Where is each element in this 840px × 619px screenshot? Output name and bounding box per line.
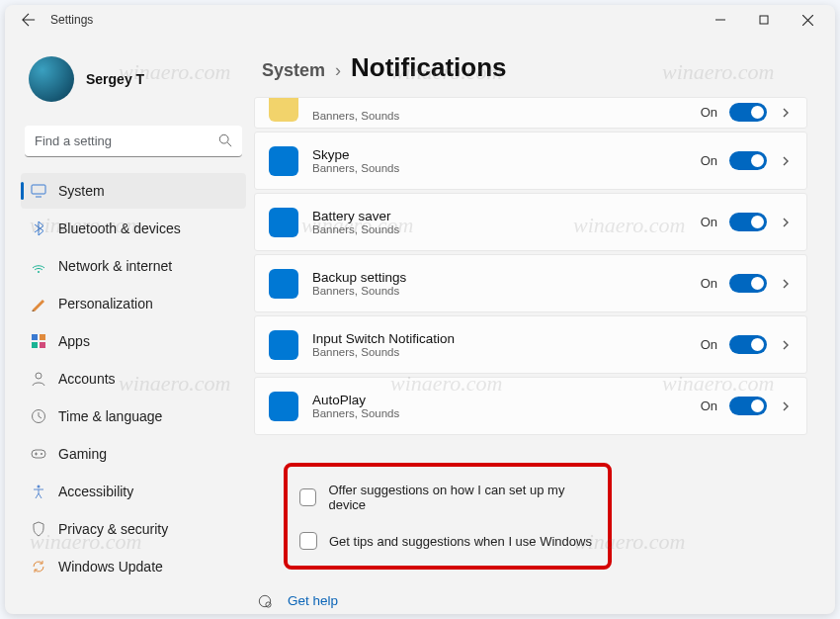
notification-row[interactable]: Input Switch NotificationBanners, Sounds… — [254, 315, 807, 374]
sidebar-item-accessibility[interactable]: Accessibility — [21, 474, 246, 509]
close-button[interactable] — [786, 5, 829, 35]
help-icon — [258, 594, 274, 608]
user-name: Sergey T — [86, 71, 144, 87]
toggle-state-label: On — [701, 153, 717, 168]
network-icon — [31, 258, 46, 274]
sidebar-item-privacy-security[interactable]: Privacy & security — [21, 511, 246, 547]
toggle-switch[interactable] — [729, 151, 767, 170]
close-icon — [802, 15, 813, 26]
back-icon — [22, 13, 36, 27]
row-right: On — [701, 151, 793, 170]
row-title: AutoPlay — [312, 393, 399, 407]
sidebar: Sergey T SystemBluetooth & devicesNetwor… — [5, 35, 254, 614]
checkbox[interactable] — [299, 488, 316, 506]
toggle-switch[interactable] — [729, 213, 767, 231]
notification-row[interactable]: SkypeBanners, SoundsOn — [254, 132, 807, 190]
toggle-switch[interactable] — [729, 274, 767, 293]
svg-point-8 — [36, 373, 42, 379]
help-links: Get help Give feedback — [254, 593, 807, 614]
sidebar-item-system[interactable]: System — [21, 173, 246, 209]
back-button[interactable] — [11, 5, 46, 35]
main-pane: System › Notifications Banners, SoundsOn… — [254, 35, 835, 614]
checkbox[interactable] — [299, 532, 317, 550]
notification-row[interactable]: Battery saverBanners, SoundsOn — [254, 193, 807, 251]
settings-window: Settings Sergey T SystemBluetooth & devi… — [5, 5, 835, 614]
user-row[interactable]: Sergey T — [21, 39, 246, 126]
row-text: Battery saverBanners, Sounds — [312, 209, 399, 235]
get-help-link[interactable]: Get help — [258, 593, 807, 608]
notification-row[interactable]: Banners, SoundsOn — [254, 97, 807, 129]
row-subtitle: Banners, Sounds — [312, 407, 399, 419]
toggle-state-label: On — [701, 215, 717, 229]
chevron-right-icon — [779, 155, 793, 167]
chevron-right-icon — [779, 278, 793, 290]
checkbox-label: Get tips and suggestions when I use Wind… — [329, 534, 592, 549]
avatar — [29, 56, 74, 102]
svg-point-13 — [259, 595, 270, 606]
search-icon — [218, 133, 232, 147]
sidebar-item-bluetooth-devices[interactable]: Bluetooth & devices — [21, 211, 246, 246]
notification-row[interactable]: Backup settingsBanners, SoundsOn — [254, 254, 807, 312]
search-input[interactable] — [25, 126, 242, 157]
toggle-state-label: On — [701, 337, 717, 352]
row-right: On — [701, 213, 793, 231]
sidebar-item-apps[interactable]: Apps — [21, 323, 246, 359]
toggle-switch[interactable] — [729, 103, 767, 122]
sidebar-item-label: Gaming — [58, 446, 107, 462]
row-title: Backup settings — [312, 270, 406, 285]
toggle-switch[interactable] — [729, 335, 767, 354]
chevron-right-icon: › — [335, 60, 341, 81]
row-subtitle: Banners, Sounds — [312, 223, 399, 235]
row-right: On — [701, 335, 793, 354]
app-icon — [269, 97, 298, 122]
svg-point-14 — [266, 601, 271, 606]
chevron-right-icon — [779, 339, 793, 351]
checkbox-row-tips-suggestions[interactable]: Get tips and suggestions when I use Wind… — [294, 522, 602, 560]
chevron-right-icon — [779, 107, 793, 119]
sidebar-item-network-internet[interactable]: Network & internet — [21, 248, 246, 284]
gaming-icon — [31, 446, 46, 462]
page-title: Notifications — [351, 52, 506, 83]
toggle-switch[interactable] — [729, 397, 767, 415]
row-text: Banners, Sounds — [312, 110, 399, 122]
chevron-right-icon — [779, 217, 793, 228]
row-text: AutoPlayBanners, Sounds — [312, 393, 399, 419]
toggle-state-label: On — [701, 276, 717, 291]
system-icon — [31, 183, 46, 199]
notification-row[interactable]: AutoPlayBanners, SoundsOn — [254, 377, 807, 435]
toggle-state-label: On — [701, 105, 717, 120]
titlebar: Settings — [5, 5, 835, 35]
row-subtitle: Banners, Sounds — [312, 110, 399, 122]
time-icon — [31, 408, 46, 424]
row-right: On — [701, 397, 793, 415]
sidebar-item-label: Privacy & security — [58, 521, 168, 537]
sidebar-item-label: System — [58, 183, 105, 199]
app-icon — [269, 330, 298, 360]
breadcrumb-root[interactable]: System — [262, 60, 325, 81]
accessibility-icon — [31, 484, 46, 499]
row-text: Input Switch NotificationBanners, Sounds — [312, 331, 455, 358]
row-right: On — [701, 274, 793, 293]
row-title: Input Switch Notification — [312, 331, 455, 346]
svg-point-11 — [41, 453, 42, 455]
app-icon — [269, 392, 298, 421]
sidebar-item-time-language[interactable]: Time & language — [21, 398, 246, 434]
sidebar-item-label: Accessibility — [58, 484, 133, 499]
maximize-button[interactable] — [742, 5, 786, 35]
sidebar-item-gaming[interactable]: Gaming — [21, 436, 246, 472]
row-text: Backup settingsBanners, Sounds — [312, 270, 406, 297]
search-wrap — [25, 126, 242, 157]
svg-rect-7 — [40, 342, 45, 348]
sidebar-item-label: Apps — [58, 333, 90, 349]
minimize-button[interactable] — [699, 5, 742, 35]
content: Sergey T SystemBluetooth & devicesNetwor… — [5, 35, 835, 614]
row-right: On — [701, 103, 793, 122]
checkbox-row-setup-suggestions[interactable]: Offer suggestions on how I can set up my… — [294, 473, 602, 522]
sidebar-item-windows-update[interactable]: Windows Update — [21, 549, 246, 584]
sidebar-item-personalization[interactable]: Personalization — [21, 286, 246, 321]
row-subtitle: Banners, Sounds — [312, 285, 406, 297]
svg-point-3 — [38, 271, 40, 273]
sidebar-item-label: Accounts — [58, 371, 116, 387]
svg-point-1 — [219, 134, 228, 143]
sidebar-item-accounts[interactable]: Accounts — [21, 361, 246, 397]
